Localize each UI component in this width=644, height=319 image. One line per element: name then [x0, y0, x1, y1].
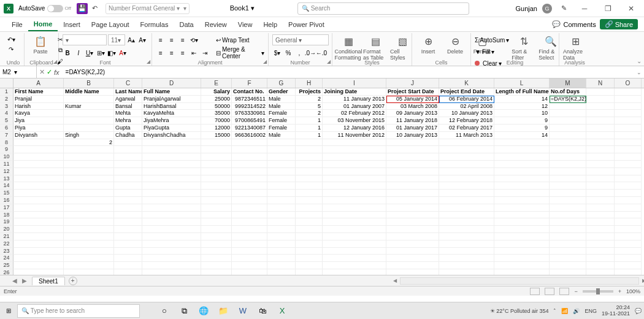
cell-L18[interactable] — [494, 212, 550, 219]
tray-chevron-icon[interactable]: ˄ — [553, 308, 556, 314]
cell-B4[interactable] — [64, 110, 114, 117]
cell-O2[interactable] — [615, 96, 642, 103]
cell-A18[interactable] — [13, 212, 64, 219]
cell-K5[interactable]: 12 February 2018 — [439, 117, 494, 125]
cell-E7[interactable]: 15000 — [201, 132, 232, 139]
cell-K19[interactable] — [439, 218, 494, 226]
comments-button[interactable]: 💬 Comments — [552, 20, 596, 28]
cell-K4[interactable]: 10 January 2013 — [439, 110, 494, 117]
cell-C1[interactable]: Last Name — [114, 88, 142, 96]
cell-C2[interactable]: Agarwal — [114, 96, 142, 103]
cell-D22[interactable] — [142, 240, 201, 248]
enter-formula-button[interactable]: ✓ — [47, 68, 52, 76]
cell-A8[interactable] — [13, 139, 64, 147]
cell-J5[interactable]: 11 January 2018 — [386, 117, 439, 125]
cell-G6[interactable]: Female — [267, 125, 296, 132]
cell-O4[interactable] — [615, 110, 642, 117]
wrap-text-button[interactable]: ↩ Wrap Text — [216, 34, 264, 45]
cell-G17[interactable] — [267, 204, 296, 212]
comma-button[interactable]: , — [294, 48, 304, 58]
row-header[interactable]: 19 — [0, 218, 13, 226]
cell-I10[interactable] — [323, 153, 386, 161]
cell-F8[interactable] — [232, 139, 267, 147]
tab-help[interactable]: Help — [258, 17, 283, 31]
cell-N4[interactable] — [586, 110, 615, 117]
percent-button[interactable]: % — [283, 48, 293, 58]
column-header-O[interactable]: O — [615, 79, 642, 88]
cell-O12[interactable] — [615, 168, 642, 175]
border-button[interactable]: ⊞▾ — [96, 48, 105, 58]
cell-F18[interactable] — [232, 212, 267, 219]
add-sheet-button[interactable]: + — [69, 277, 77, 285]
cell-N18[interactable] — [586, 212, 615, 219]
cell-K10[interactable] — [439, 153, 494, 161]
cell-C23[interactable] — [114, 248, 142, 255]
align-top-button[interactable]: ≡ — [156, 35, 166, 45]
cell-A21[interactable] — [13, 233, 64, 240]
cell-D16[interactable] — [142, 197, 201, 204]
cell-K7[interactable]: 11 March 2013 — [439, 132, 494, 139]
zoom-out-button[interactable]: − — [574, 288, 577, 294]
cell-C12[interactable] — [114, 168, 142, 175]
cell-N12[interactable] — [586, 168, 615, 175]
cell-I6[interactable]: 12 January 2016 — [323, 125, 386, 132]
cell-I25[interactable] — [323, 262, 386, 269]
cell-B10[interactable] — [64, 153, 114, 161]
cell-K3[interactable]: 02 April 2008 — [439, 103, 494, 110]
cell-L21[interactable] — [494, 233, 550, 240]
cell-H3[interactable]: 5 — [296, 103, 323, 110]
cell-H4[interactable]: 2 — [296, 110, 323, 117]
cell-F2[interactable]: 9872346511 — [232, 96, 267, 103]
cell-A16[interactable] — [13, 197, 64, 204]
cell-H6[interactable]: 1 — [296, 125, 323, 132]
cell-A23[interactable] — [13, 248, 64, 255]
cell-K23[interactable] — [439, 248, 494, 255]
cell-D5[interactable]: JiyaMehra — [142, 117, 201, 125]
row-header[interactable]: 3 — [0, 103, 13, 110]
cell-M13[interactable] — [550, 175, 586, 183]
task-view-icon[interactable]: ⧉ — [178, 305, 190, 317]
cell-G10[interactable] — [267, 153, 296, 161]
cell-A3[interactable]: Harish — [13, 103, 64, 110]
cell-K17[interactable] — [439, 204, 494, 212]
cell-M5[interactable] — [550, 117, 586, 125]
view-layout-button[interactable] — [545, 288, 554, 295]
cell-D7[interactable]: DivyanshChadha — [142, 132, 201, 139]
sheet-nav-prev[interactable]: ◀ — [12, 277, 17, 284]
cell-L20[interactable] — [494, 226, 550, 233]
cell-A12[interactable] — [13, 168, 64, 175]
cell-A10[interactable] — [13, 153, 64, 161]
cell-K6[interactable]: 02 February 2017 — [439, 125, 494, 132]
cell-M20[interactable] — [550, 226, 586, 233]
cell-F7[interactable]: 9663616002 — [232, 132, 267, 139]
cell-B7[interactable]: Singh — [64, 132, 114, 139]
cell-E20[interactable] — [201, 226, 232, 233]
analyze-data-button[interactable]: ⊞Analyze Data — [563, 34, 588, 61]
column-header-E[interactable]: E — [201, 79, 232, 88]
tab-data[interactable]: Data — [174, 17, 199, 31]
cancel-formula-button[interactable]: ✕ — [39, 68, 45, 76]
fx-icon[interactable]: fx — [54, 69, 59, 76]
cell-N7[interactable] — [586, 132, 615, 139]
cell-N2[interactable] — [586, 96, 615, 103]
cell-H19[interactable] — [296, 218, 323, 226]
cell-N8[interactable] — [586, 139, 615, 147]
cell-D21[interactable] — [142, 233, 201, 240]
cell-M4[interactable] — [550, 110, 586, 117]
cell-G3[interactable]: Male — [267, 103, 296, 110]
cell-J1[interactable]: Project Start Date — [386, 88, 439, 96]
cell-H14[interactable] — [296, 182, 323, 190]
cell-D25[interactable] — [142, 262, 201, 269]
cell-J3[interactable]: 03 March 2008 — [386, 103, 439, 110]
maximize-button[interactable]: ❐ — [599, 2, 617, 15]
cell-B1[interactable]: Middle Name — [64, 88, 114, 96]
formula-bar[interactable]: =DAYS(K2,J2) — [62, 69, 634, 75]
decrease-indent-button[interactable]: ⇤ — [189, 48, 199, 58]
cell-E4[interactable]: 35000 — [201, 110, 232, 117]
cell-L19[interactable] — [494, 218, 550, 226]
sheet-tab[interactable]: Sheet1 — [32, 277, 65, 285]
cell-M15[interactable] — [550, 190, 586, 197]
cell-O6[interactable] — [615, 125, 642, 132]
cell-O24[interactable] — [615, 255, 642, 262]
cell-N17[interactable] — [586, 204, 615, 212]
